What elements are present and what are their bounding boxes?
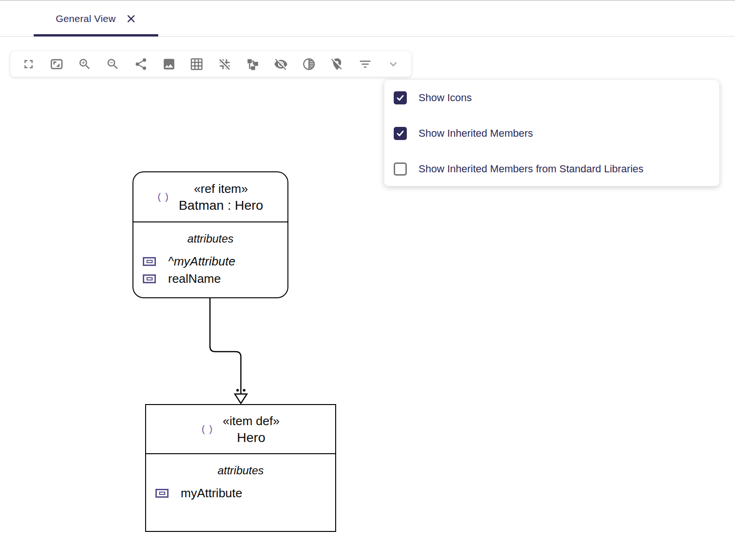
attribute-icon xyxy=(143,257,156,266)
location-off-button[interactable] xyxy=(323,51,351,77)
chevron-down-icon xyxy=(386,57,400,71)
grid-on-button[interactable] xyxy=(183,51,211,77)
tab-label: General View xyxy=(56,13,116,24)
node-stereotype: «item def» xyxy=(223,413,279,429)
check-icon xyxy=(396,93,405,103)
node-title: «item def» Hero xyxy=(223,413,279,446)
check-icon xyxy=(396,129,405,138)
visibility-off-button[interactable] xyxy=(267,51,295,77)
compartment-label: attributes xyxy=(133,232,287,245)
node-batman-hero[interactable]: ( ) «ref item» Batman : Hero attributes … xyxy=(132,171,288,298)
show-inherited-members-std-libs-checkbox[interactable] xyxy=(394,162,407,176)
menu-item-label: Show Inherited Members from Standard Lib… xyxy=(419,163,644,175)
node-header: ( ) «ref item» Batman : Hero xyxy=(133,172,287,222)
edge-line xyxy=(210,298,241,394)
node-name: Batman : Hero xyxy=(179,197,264,214)
tab-general-view[interactable]: General View xyxy=(34,1,158,36)
node-hero[interactable]: ( ) «item def» Hero attributes myAttribu… xyxy=(145,404,336,532)
attribute-name: myAttribute xyxy=(181,486,243,501)
attributes-compartment: attributes myAttribute xyxy=(146,454,335,502)
menu-item-show-icons[interactable]: Show Icons xyxy=(384,80,719,116)
show-inherited-members-checkbox[interactable] xyxy=(394,127,407,140)
zoom-in-button[interactable] xyxy=(71,51,99,77)
schema-icon xyxy=(246,57,260,71)
edge-dot xyxy=(236,389,239,392)
view-options-menu: Show Icons Show Inherited Members Show I… xyxy=(384,80,720,186)
diagram-toolbar xyxy=(10,51,412,77)
fit-to-screen-button[interactable] xyxy=(43,51,71,77)
hollow-triangle-arrowhead xyxy=(235,394,247,404)
grid-off-button[interactable] xyxy=(211,51,239,77)
attribute-row[interactable]: myAttribute xyxy=(146,485,335,502)
attribute-name: realName xyxy=(168,272,221,286)
menu-item-label: Show Inherited Members xyxy=(419,127,533,140)
filter-icon xyxy=(358,57,372,71)
attribute-icon xyxy=(143,274,156,283)
menu-item-label: Show Icons xyxy=(419,92,472,104)
export-image-button[interactable] xyxy=(155,51,183,77)
fullscreen-button[interactable] xyxy=(15,51,43,77)
grid-off-icon xyxy=(218,57,232,71)
node-name: Hero xyxy=(237,429,265,446)
image-icon xyxy=(162,57,176,71)
location-off-icon xyxy=(330,57,344,71)
visibility-off-icon xyxy=(274,57,288,71)
compartment-label: attributes xyxy=(146,464,335,477)
attribute-name: ^myAttribute xyxy=(168,254,235,269)
schema-layout-button[interactable] xyxy=(239,51,267,77)
attributes-compartment: attributes ^myAttribute realName xyxy=(133,222,287,287)
zoom-out-button[interactable] xyxy=(99,51,127,77)
fit-to-screen-icon xyxy=(50,57,64,71)
node-title: «ref item» Batman : Hero xyxy=(179,180,264,214)
parentheses-icon: ( ) xyxy=(158,192,169,202)
zoom-in-icon xyxy=(78,57,92,71)
node-header: ( ) «item def» Hero xyxy=(146,405,335,454)
tonality-icon xyxy=(302,57,316,71)
share-icon xyxy=(134,57,148,71)
tab-bar: General View xyxy=(0,0,735,37)
node-stereotype: «ref item» xyxy=(194,180,248,197)
attribute-icon xyxy=(155,489,169,498)
close-icon[interactable] xyxy=(126,14,136,24)
more-options-button[interactable] xyxy=(379,51,407,77)
tonality-button[interactable] xyxy=(295,51,323,77)
zoom-out-icon xyxy=(106,57,120,71)
grid-on-icon xyxy=(190,57,204,71)
show-icons-checkbox[interactable] xyxy=(394,91,407,104)
filter-button[interactable] xyxy=(351,51,379,77)
active-tab-underline xyxy=(34,34,158,37)
menu-item-show-inherited-members-std-libs[interactable]: Show Inherited Members from Standard Lib… xyxy=(384,151,719,187)
menu-item-show-inherited-members[interactable]: Show Inherited Members xyxy=(384,116,719,151)
attribute-row[interactable]: realName xyxy=(133,270,287,287)
share-button[interactable] xyxy=(127,51,155,77)
attribute-row[interactable]: ^myAttribute xyxy=(133,253,287,270)
edge-dot xyxy=(243,389,246,392)
parentheses-icon: ( ) xyxy=(202,424,213,435)
fullscreen-icon xyxy=(22,57,36,71)
